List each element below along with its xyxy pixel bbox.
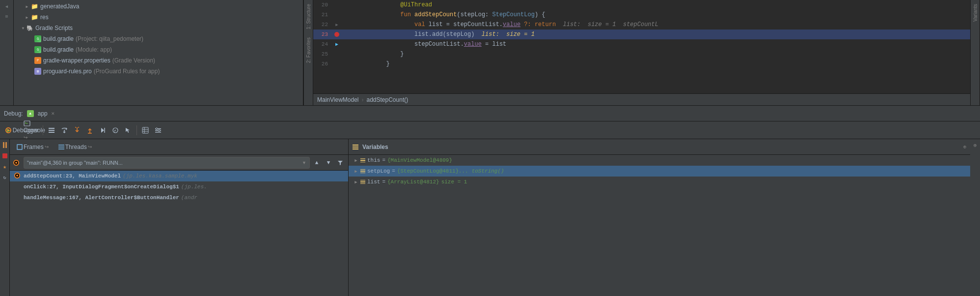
tree-label-build-gradle-project: build.gradle	[43, 35, 74, 42]
dropdown-arrow-icon: ▼	[302, 160, 306, 165]
var-value-this: {MainViewModel@4809}	[387, 157, 452, 163]
tree-item-build-gradle-project[interactable]: G build.gradle (Project: qiita_pedometer…	[14, 33, 303, 44]
tree-item-build-gradle-module[interactable]: G build.gradle (Module: app)	[14, 44, 303, 55]
tree-sublabel-build-gradle-project: (Project: qiita_pedometer)	[76, 35, 143, 42]
line-num-24: 24	[313, 41, 332, 47]
tree-label-proguard: proguard-rules.pro	[43, 68, 92, 75]
svg-rect-3	[49, 128, 54, 129]
gutter-24: ▶	[332, 41, 342, 47]
vtab-favorites[interactable]: 2: Favorites	[304, 33, 313, 67]
line-num-26: 26	[313, 61, 332, 67]
frames-panel: Frames ↪ Threads ↪	[10, 139, 349, 296]
breakpoint-dot-23[interactable]	[334, 32, 339, 37]
build-gradle-icon-1: G	[34, 35, 41, 42]
tree-item-gradle-scripts[interactable]: ▼ 🐘 Gradle Scripts	[14, 23, 303, 33]
stop-icon	[2, 153, 7, 158]
svg-rect-8	[142, 127, 148, 133]
frames-icon-wrap: Frames ↪	[17, 144, 49, 150]
debug-header: Debug: ▲ app ✕	[0, 106, 980, 121]
evaluate-button[interactable]: f	[109, 124, 121, 136]
stack-frame-2[interactable]: onClick:27, InputDialogFragment$onCreate…	[10, 181, 348, 192]
file-tree-panel: ▶ 📁 generatedJava ▶ 📁 res ▼ 🐘 Gradle Scr…	[14, 0, 303, 105]
tree-sublabel-build-gradle-module: (Module: app)	[76, 46, 112, 53]
tree-arrow-gradle-scripts[interactable]: ▼	[20, 25, 27, 31]
step-out-button[interactable]	[84, 124, 96, 136]
console-tab[interactable]: Console ↪	[28, 124, 40, 136]
variables-expand-button[interactable]: ⊕	[963, 144, 966, 150]
panel-expand-button[interactable]: ⊕	[970, 139, 980, 296]
toolbar-sep-1	[43, 125, 43, 135]
stack-frame-1[interactable]: addStepCount:23, MainViewModel (jp.les.k…	[10, 171, 348, 181]
pause-side-button[interactable]	[1, 141, 9, 149]
tree-label-gradle-wrapper: gradle-wrapper.properties	[43, 57, 110, 64]
fold-arrow-22[interactable]: ▶	[335, 22, 338, 28]
var-extra-list: size = 1	[441, 179, 467, 185]
stop-side-button[interactable]	[1, 152, 9, 160]
list-view-button[interactable]	[46, 124, 57, 136]
tree-label-generatedjava: generatedJava	[40, 3, 79, 10]
breadcrumb-sep: ›	[362, 96, 364, 103]
tree-item-gradle-wrapper[interactable]: P gradle-wrapper.properties (Gradle Vers…	[14, 55, 303, 66]
tree-label-build-gradle-module: build.gradle	[43, 46, 74, 53]
svg-point-12	[156, 127, 158, 129]
debug-label: Debug:	[4, 110, 23, 117]
debug-content: ★ ↻ Frames ↪	[0, 139, 980, 296]
tree-label-gradle-scripts: Gradle Scripts	[35, 25, 73, 31]
tree-item-generatedjava[interactable]: ▶ 📁 generatedJava	[14, 1, 303, 12]
debug-close-button[interactable]: ✕	[50, 110, 56, 117]
variables-list: ▶ this = {MainViewModel@4809} ▶	[349, 155, 970, 296]
tree-item-res[interactable]: ▶ 📁 res	[14, 12, 303, 23]
exec-arrow-24: ▶	[335, 41, 338, 47]
sidebar-icon-2[interactable]: ⊞	[1, 12, 12, 21]
watch-table-button[interactable]	[139, 124, 151, 136]
tree-arrow-res[interactable]: ▶	[24, 14, 30, 21]
var-ham-list	[360, 180, 365, 184]
debug-app-label: app	[38, 110, 48, 117]
var-item-this[interactable]: ▶ this = {MainViewModel@4809}	[349, 155, 970, 166]
tree-item-proguard[interactable]: ▤ proguard-rules.pro (ProGuard Rules for…	[14, 66, 303, 77]
step-over-button[interactable]	[58, 124, 70, 136]
proguard-icon: ▤	[34, 68, 41, 75]
thread-debug-icon	[13, 159, 20, 166]
threads-icon-wrap: Threads ↪	[58, 144, 92, 150]
arrow-icon: ↻	[3, 175, 6, 180]
vtab-structure[interactable]: 1: Structure	[304, 0, 313, 33]
var-arrow-this[interactable]: ▶	[353, 157, 359, 164]
thread-filter-button[interactable]	[335, 158, 345, 168]
star-side-button[interactable]: ★	[1, 163, 9, 171]
stack-method-2: onClick:27, InputDialogFragment$onCreate…	[24, 184, 179, 190]
run-to-cursor-button[interactable]	[97, 124, 109, 136]
var-value-setplog: {StepCountLog@4811}	[397, 168, 459, 174]
panel-expand-icon: ⊕	[974, 142, 977, 148]
stack-frame-3[interactable]: handleMessage:167, AlertController$Butto…	[10, 192, 348, 203]
left-sidebar-icons: ◀ ⊞	[0, 0, 14, 105]
thread-up-button[interactable]: ▲	[312, 158, 322, 168]
bottom-left-icons: ★ ↻	[0, 139, 10, 296]
svg-rect-4	[49, 130, 54, 131]
tree-arrow-generatedjava[interactable]: ▶	[24, 3, 30, 10]
var-item-setplog[interactable]: ▶ setpLog = {StepCountLog@4811} ... toSt…	[349, 166, 970, 177]
var-arrow-setplog[interactable]: ▶	[353, 168, 359, 175]
debug-panel: Debug: ▲ app ✕ ▶ Debugger	[0, 106, 980, 296]
code-line-26: 26 }	[313, 59, 970, 69]
thread-down-button[interactable]: ▼	[324, 158, 333, 168]
threads-subtab[interactable]: Threads ↪	[54, 143, 96, 151]
tree-arrow-empty-2	[27, 46, 34, 53]
settings-button[interactable]	[152, 124, 164, 136]
var-ham-setplog	[360, 169, 365, 174]
stack-method-1: addStepCount:23, MainViewModel	[24, 173, 121, 179]
sidebar-icon-1[interactable]: ◀	[1, 2, 12, 11]
thread-select-dropdown[interactable]: "main"@4,360 in group "main": RUNN... ▼	[24, 157, 310, 169]
code-editor: 20 @UiThread 21 fun addStepCount(stepLog…	[313, 0, 970, 105]
var-arrow-list[interactable]: ▶	[353, 178, 359, 185]
cursor-icon-button[interactable]	[122, 124, 134, 136]
frames-subtab[interactable]: Frames ↪	[13, 143, 53, 151]
var-name-this: this	[367, 157, 380, 163]
vtab-variants[interactable]: Variants	[971, 0, 980, 26]
code-text-26: }	[386, 60, 389, 67]
arrow-side-button[interactable]: ↻	[1, 174, 9, 181]
code-content-26: }	[342, 54, 970, 74]
toolbar-sep-2	[136, 125, 137, 135]
step-into-button[interactable]	[71, 124, 83, 136]
var-item-list[interactable]: ▶ list = {ArrayList@4812} size = 1	[349, 177, 970, 187]
